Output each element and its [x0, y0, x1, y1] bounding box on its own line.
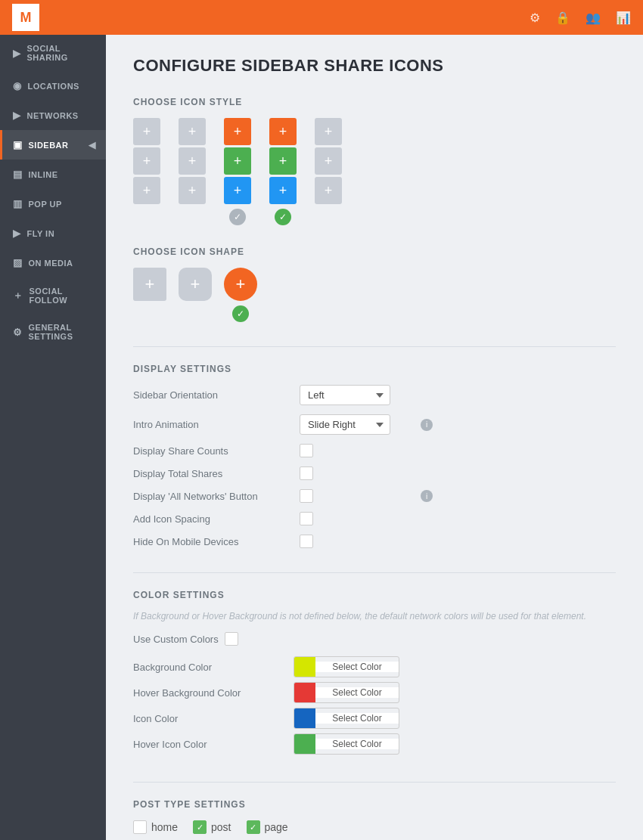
page-title: Configure Sidebar Share Icons [133, 56, 616, 76]
icon-style-option-2[interactable]: + + + [179, 118, 206, 204]
logo[interactable]: M [12, 4, 39, 31]
use-custom-colors-label: Use Custom Colors [133, 634, 219, 645]
icon-style-section-label: Choose Icon Style [133, 97, 616, 107]
home-label: home [151, 821, 178, 833]
sidebar-item-inline[interactable]: ▤ Inline [0, 160, 106, 189]
hover-bg-color-swatch [294, 682, 315, 703]
icon-style-option-4[interactable]: + + + ✓ [269, 118, 297, 225]
icon-style-option-5[interactable]: + + + [315, 118, 342, 204]
icon-color-row: Icon Color Select Color [133, 706, 399, 730]
color-settings-section: Color Settings If Background or Hover Ba… [133, 590, 616, 758]
sidebar-item-locations[interactable]: ◉ Locations [0, 71, 106, 101]
icon-btn-3-1: + [224, 118, 251, 145]
use-custom-colors-row: Use Custom Colors [133, 632, 616, 646]
display-settings-section: Display Settings Sidebar Orientation Lef… [133, 364, 616, 548]
users-icon[interactable]: 👥 [586, 11, 601, 25]
on-media-icon: ▨ [13, 257, 23, 268]
sidebar-item-fly-in[interactable]: ▶ Fly In [0, 219, 106, 248]
chart-icon[interactable]: 📊 [616, 11, 631, 25]
post-type-section: Post Type Settings home ✓ post ✓ page [133, 799, 616, 834]
icon-btn-2-2: + [179, 147, 206, 175]
sidebar-item-on-media[interactable]: ▨ On Media [0, 248, 106, 277]
all-networks-info-icon[interactable]: i [421, 490, 433, 502]
shape-btn-rounded: + [179, 268, 212, 301]
sidebar-item-general-settings[interactable]: ⚙ General Settings [0, 314, 106, 350]
sidebar-orientation-select[interactable]: LeftRight [300, 385, 390, 405]
sidebar-item-popup[interactable]: ▥ Pop Up [0, 189, 106, 219]
display-settings-grid: Sidebar Orientation LeftRight Intro Anim… [133, 385, 616, 548]
icon-btn-4-2: + [269, 147, 297, 175]
color-rows: Background Color Select Color Hover Back… [133, 655, 399, 758]
hover-icon-color-swatch-btn[interactable]: Select Color [294, 733, 399, 755]
post-type-post[interactable]: ✓ post [193, 820, 231, 834]
social-follow-icon: ＋ [13, 289, 23, 302]
sidebar-item-social-follow[interactable]: ＋ Social Follow [0, 277, 106, 314]
icon-color-swatch-btn[interactable]: Select Color [294, 708, 399, 729]
intro-animation-info-icon[interactable]: i [421, 419, 433, 431]
display-all-networks-checkbox[interactable] [300, 489, 313, 503]
hover-icon-color-swatch [294, 733, 315, 755]
display-share-counts-label: Display Share Counts [133, 445, 300, 457]
shape-option-rounded[interactable]: + [179, 268, 212, 301]
divider-2 [133, 572, 616, 573]
icon-color-label: Icon Color [133, 713, 284, 724]
icon-stack-4: + + + [269, 118, 297, 204]
sidebar-nav-icon: ▣ [13, 139, 23, 150]
sidebar-item-networks[interactable]: ▶ Networks [0, 101, 106, 130]
icon-btn-5-2: + [315, 147, 342, 175]
add-icon-spacing-label: Add Icon Spacing [133, 513, 300, 525]
background-color-swatch [294, 656, 315, 677]
sidebar-label-on-media: On Media [29, 259, 73, 268]
sidebar-label-sidebar: Sidebar [29, 141, 69, 150]
inline-icon: ▤ [13, 169, 23, 180]
post-type-page[interactable]: ✓ page [247, 820, 288, 834]
icon-btn-3-3: + [224, 177, 251, 204]
general-settings-icon: ⚙ [13, 327, 23, 338]
post-checkbox[interactable]: ✓ [193, 820, 207, 834]
add-icon-spacing-checkbox[interactable] [300, 512, 313, 525]
display-share-counts-checkbox[interactable] [300, 444, 313, 457]
icon-btn-5-3: + [315, 177, 342, 204]
use-custom-colors-checkbox[interactable] [225, 632, 238, 646]
collapse-arrow-icon: ◀ [89, 140, 96, 150]
shape-option-circle[interactable]: + ✓ [224, 268, 257, 322]
icon-style-options: + + + + + + + + + ✓ [133, 118, 616, 225]
sidebar-label-general-settings: General Settings [29, 323, 96, 341]
networks-icon: ▶ [13, 110, 21, 121]
shape-btn-square: + [133, 268, 166, 301]
icon-btn-3-2: + [224, 147, 251, 175]
icon-style-option-3[interactable]: + + + ✓ [224, 118, 251, 225]
sidebar-label-social-follow: Social Follow [30, 287, 96, 305]
hover-bg-color-swatch-btn[interactable]: Select Color [294, 682, 399, 703]
sidebar-item-social-sharing[interactable]: ▶ Social Sharing [0, 35, 106, 71]
background-color-label: Background Color [133, 662, 284, 673]
icon-style-option-1[interactable]: + + + [133, 118, 160, 204]
hide-on-mobile-checkbox[interactable] [300, 535, 313, 548]
icon-stack-1: + + + [133, 118, 160, 204]
post-type-home[interactable]: home [133, 820, 178, 834]
background-color-swatch-btn[interactable]: Select Color [294, 656, 399, 677]
display-total-shares-label: Display Total Shares [133, 468, 300, 479]
color-settings-label: Color Settings [133, 590, 616, 600]
main-content: Configure Sidebar Share Icons Choose Ico… [106, 35, 643, 840]
gear-icon[interactable]: ⚙ [530, 11, 540, 25]
post-type-row: home ✓ post ✓ page [133, 820, 616, 834]
background-color-btn-label: Select Color [315, 662, 399, 672]
hover-bg-color-row: Hover Background Color Select Color [133, 680, 399, 705]
icon-btn-2-3: + [179, 177, 206, 204]
icon-color-swatch [294, 708, 315, 729]
hover-icon-color-label: Hover Icon Color [133, 739, 284, 750]
lock-icon[interactable]: 🔒 [555, 11, 570, 25]
intro-animation-select[interactable]: Slide RightSlide LeftFade [300, 414, 390, 435]
icon-stack-5: + + + [315, 118, 342, 204]
display-settings-label: Display Settings [133, 364, 616, 374]
page-checkbox[interactable]: ✓ [247, 820, 260, 834]
sidebar-item-sidebar[interactable]: ▣ Sidebar ◀ [0, 130, 106, 160]
icon-btn-1-2: + [133, 147, 160, 175]
home-checkbox[interactable] [133, 820, 147, 834]
icon-color-btn-label: Select Color [315, 713, 399, 724]
shape-option-square[interactable]: + [133, 268, 166, 301]
display-total-shares-checkbox[interactable] [300, 466, 313, 480]
icon-btn-1-1: + [133, 118, 160, 145]
sidebar-label-social-sharing: Social Sharing [27, 44, 96, 62]
